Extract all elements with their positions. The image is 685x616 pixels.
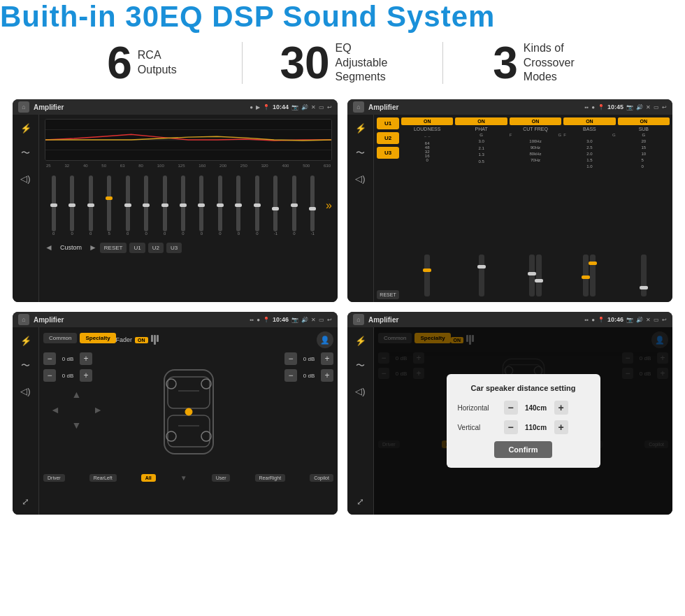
db2-plus[interactable]: + bbox=[80, 369, 92, 382]
fader-db-row-1: − 0 dB + bbox=[43, 352, 110, 365]
screen3-title: Amplifier bbox=[34, 316, 245, 324]
db2-minus[interactable]: − bbox=[43, 369, 56, 382]
wave-icon[interactable]: 〜 bbox=[18, 145, 34, 161]
eq-icon[interactable]: ⚡ bbox=[18, 120, 34, 136]
screen1-time: 10:44 bbox=[273, 103, 289, 110]
db4-plus[interactable]: + bbox=[321, 369, 333, 382]
db3-plus[interactable]: + bbox=[321, 352, 333, 365]
signal2-icon: ✕ bbox=[646, 104, 651, 110]
preset-u1[interactable]: U1 bbox=[377, 117, 399, 129]
prev-button[interactable]: ◄ bbox=[45, 243, 53, 252]
expand-icon[interactable]: » bbox=[323, 171, 332, 241]
vertical-minus[interactable]: − bbox=[504, 420, 518, 434]
statusbar-3: ⌂ Amplifier ▪▪ ● 📍 10:46 📷 🔊 ✕ ▭ ↩ bbox=[13, 312, 338, 327]
back4-icon[interactable]: ↩ bbox=[662, 317, 667, 323]
eq-slider-0[interactable]: 0 bbox=[45, 176, 62, 236]
u3-button[interactable]: U3 bbox=[166, 243, 182, 253]
arrow-down-icon[interactable]: ▼ bbox=[72, 420, 82, 431]
eq-slider-7[interactable]: 0 bbox=[174, 176, 192, 236]
eq-slider-3[interactable]: 5 bbox=[100, 176, 117, 236]
fader-top-row: Common Specialty Fader ON 👤 bbox=[43, 331, 333, 348]
eq-slider-6[interactable]: 0 bbox=[156, 176, 173, 236]
db1-minus[interactable]: − bbox=[43, 352, 56, 365]
eq-slider-1[interactable]: 0 bbox=[63, 176, 80, 236]
arrow-right-icon[interactable]: ► bbox=[93, 404, 103, 415]
tab-common[interactable]: Common bbox=[43, 333, 77, 343]
toggle-sub[interactable]: ON bbox=[618, 117, 670, 125]
amp2-reset[interactable]: RESET bbox=[377, 290, 399, 299]
fader-db-row-4: − 0 dB + bbox=[284, 369, 333, 382]
btn-rearleft[interactable]: RearLeft bbox=[89, 474, 117, 482]
eq-slider-9[interactable]: 0 bbox=[211, 176, 229, 236]
horizontal-plus[interactable]: + bbox=[554, 401, 568, 415]
toggle-bass[interactable]: ON bbox=[563, 117, 615, 125]
speaker4-icon[interactable]: ◁) bbox=[353, 383, 368, 399]
toggle-phat[interactable]: ON bbox=[455, 117, 507, 125]
horizontal-minus[interactable]: − bbox=[504, 401, 518, 415]
channel-cutfreq: ON CUT FREQ FG 100Hz90Hz80kHz70Hz bbox=[510, 117, 561, 299]
home-icon-3[interactable]: ⌂ bbox=[18, 314, 29, 325]
horizontal-label: Horizontal bbox=[458, 404, 500, 412]
vertical-plus[interactable]: + bbox=[554, 420, 568, 434]
wave3-icon[interactable]: 〜 bbox=[18, 358, 34, 373]
speaker-icon[interactable]: ◁) bbox=[18, 171, 34, 186]
back2-icon[interactable]: ↩ bbox=[662, 104, 667, 110]
btn-all[interactable]: All bbox=[141, 474, 156, 482]
eq-slider-2[interactable]: 0 bbox=[82, 176, 99, 236]
person-icon-btn[interactable]: 👤 bbox=[317, 331, 333, 348]
camera4-icon: 📷 bbox=[626, 317, 633, 323]
toggle-loudness[interactable]: ON bbox=[401, 117, 453, 125]
fader-db-row-2: − 0 dB + bbox=[43, 369, 110, 382]
eq-slider-5[interactable]: 0 bbox=[137, 176, 154, 236]
confirm-button[interactable]: Confirm bbox=[494, 441, 551, 458]
preset-u2[interactable]: U2 bbox=[377, 132, 399, 144]
wave4-icon[interactable]: 〜 bbox=[353, 358, 368, 373]
btn-rearright[interactable]: RearRight bbox=[255, 474, 286, 482]
reset-button[interactable]: RESET bbox=[100, 243, 127, 253]
btn-user[interactable]: User bbox=[212, 474, 231, 482]
eq-slider-8[interactable]: 0 bbox=[193, 176, 210, 236]
eq-slider-12[interactable]: -1 bbox=[267, 176, 284, 236]
eq4-icon[interactable]: ⚡ bbox=[353, 333, 368, 348]
eq-slider-11[interactable]: 0 bbox=[248, 176, 266, 236]
btn-driver[interactable]: Driver bbox=[43, 474, 65, 482]
speaker2-icon[interactable]: ◁) bbox=[353, 171, 368, 186]
btn-copilot[interactable]: Copilot bbox=[310, 474, 333, 482]
wave2-icon[interactable]: 〜 bbox=[353, 145, 368, 161]
tab-specialty[interactable]: Specialty bbox=[80, 333, 115, 343]
preset-u3[interactable]: U3 bbox=[377, 147, 399, 159]
eq-slider-14[interactable]: -1 bbox=[304, 176, 322, 236]
page-title: Buith-in 30EQ DSP Sound System bbox=[0, 0, 685, 34]
home-icon-4[interactable]: ⌂ bbox=[353, 314, 364, 325]
u2-button[interactable]: U2 bbox=[148, 243, 164, 253]
speaker3-icon[interactable]: ◁) bbox=[18, 383, 34, 399]
status-icons-2: ▪▪ ● 📍 10:45 📷 🔊 ✕ ▭ ↩ bbox=[584, 103, 667, 110]
eq3-icon[interactable]: ⚡ bbox=[18, 333, 34, 348]
eq-slider-13[interactable]: 0 bbox=[285, 176, 303, 236]
u1-button[interactable]: U1 bbox=[129, 243, 145, 253]
svg-point-7 bbox=[185, 408, 192, 415]
eq-slider-4[interactable]: 0 bbox=[119, 176, 136, 236]
down-arrow-icon[interactable]: ▼ bbox=[180, 474, 187, 482]
db3-minus[interactable]: − bbox=[284, 352, 297, 365]
eq2-icon[interactable]: ⚡ bbox=[353, 120, 368, 136]
arrow-up-icon[interactable]: ▲ bbox=[72, 389, 82, 400]
home-icon-2[interactable]: ⌂ bbox=[353, 101, 364, 113]
db1-value: 0 dB bbox=[58, 356, 78, 362]
db1-plus[interactable]: + bbox=[80, 352, 92, 365]
home-icon[interactable]: ⌂ bbox=[18, 101, 29, 113]
expand3-icon[interactable]: ⤢ bbox=[18, 494, 34, 509]
play-icon: ▶ bbox=[256, 104, 260, 110]
db4-minus[interactable]: − bbox=[284, 369, 297, 382]
next-button[interactable]: ► bbox=[89, 243, 97, 252]
back3-icon[interactable]: ↩ bbox=[327, 317, 332, 323]
toggle-cutfreq[interactable]: ON bbox=[510, 117, 561, 125]
fader-right: − 0 dB + − 0 dB + bbox=[267, 352, 333, 471]
arrow-left-icon[interactable]: ◄ bbox=[50, 404, 60, 415]
eq-slider-10[interactable]: 0 bbox=[230, 176, 247, 236]
expand4-icon[interactable]: ⤢ bbox=[353, 494, 368, 509]
back-icon[interactable]: ↩ bbox=[327, 104, 332, 110]
fader-on-toggle[interactable]: ON bbox=[135, 337, 148, 343]
signal4-icon: ✕ bbox=[646, 317, 651, 323]
signal3-icon: ✕ bbox=[311, 317, 316, 323]
